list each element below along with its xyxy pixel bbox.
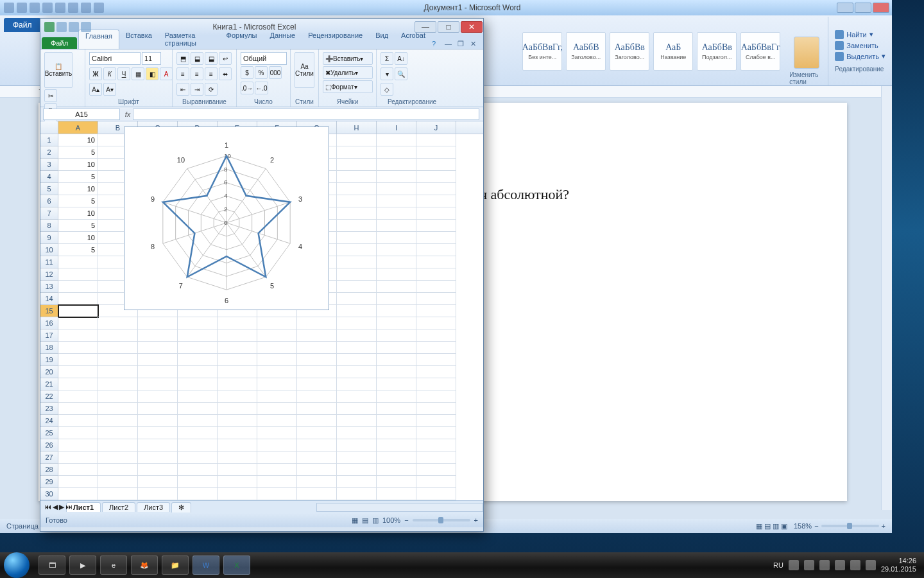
cell[interactable] [218,427,257,439]
cell[interactable] [178,342,218,354]
ribbon-tab[interactable]: Формулы [220,30,264,49]
cell[interactable] [218,378,257,390]
cell[interactable] [337,207,377,220]
cell[interactable] [178,488,218,500]
cell[interactable] [138,439,178,451]
cell[interactable] [337,293,377,305]
cell[interactable] [297,317,337,329]
style-option[interactable]: АаБбВвПодзагол... [697,32,737,71]
cell[interactable] [416,159,456,171]
cell[interactable] [377,439,416,451]
fx-icon[interactable]: fx [123,110,133,118]
cell[interactable] [377,342,416,354]
insert-cells-button[interactable]: ➕ Вставить ▾ [323,52,373,65]
cell[interactable] [98,317,138,329]
cell[interactable] [178,378,218,390]
cell[interactable] [178,415,218,427]
fill-icon[interactable]: ▾ [381,67,393,80]
cell[interactable] [178,464,218,476]
cell[interactable] [416,317,456,329]
row-header[interactable]: 30 [40,488,58,500]
autosum-icon[interactable]: Σ [381,52,393,65]
cell[interactable] [297,329,337,342]
row-header[interactable]: 9 [40,232,58,244]
cell[interactable] [337,403,377,415]
cell[interactable] [416,268,456,281]
cell[interactable] [58,256,98,268]
grow-font-icon[interactable]: A▴ [89,83,102,96]
indent-inc-icon[interactable]: ⇥ [191,83,203,96]
cell[interactable] [218,476,257,488]
cell[interactable] [377,293,416,305]
cell[interactable] [377,220,416,232]
taskbar-explorer[interactable]: 📁 [162,556,189,575]
cell[interactable] [377,415,416,427]
cell[interactable] [178,329,218,342]
cell[interactable] [377,244,416,256]
cell[interactable] [138,378,178,390]
style-option[interactable]: АаБбВЗаголово... [566,32,606,71]
row-header[interactable]: 17 [40,329,58,342]
shrink-font-icon[interactable]: A▾ [103,83,116,96]
style-option[interactable]: АаБбВвГг,Без инте... [522,32,562,71]
cell[interactable] [138,488,178,500]
cell[interactable]: 5 [58,195,98,207]
cell[interactable] [98,354,138,366]
cell[interactable] [178,439,218,451]
cell[interactable] [377,390,416,403]
cell[interactable] [257,342,297,354]
cell[interactable]: 10 [58,134,98,146]
format-cells-button[interactable]: ⬚ Формат ▾ [323,80,373,93]
cell[interactable] [257,488,297,500]
cell[interactable]: 10 [58,159,98,171]
style-option[interactable]: АаБНазвание [653,32,693,71]
sheet-nav-icon[interactable]: ⏮ [44,503,51,511]
cell[interactable] [58,427,98,439]
zoom-slider[interactable] [821,525,879,527]
cell[interactable] [218,439,257,451]
zoom-slider[interactable] [413,519,470,521]
row-header[interactable]: 4 [40,171,58,183]
cell[interactable] [337,329,377,342]
row-header[interactable]: 13 [40,281,58,293]
cell-styles-button[interactable]: AaСтили [295,52,314,88]
cell[interactable] [257,439,297,451]
save-icon[interactable] [56,22,67,32]
cell[interactable] [377,305,416,317]
cell[interactable] [178,476,218,488]
currency-icon[interactable]: $ [241,66,253,79]
cell[interactable] [337,439,377,451]
cell[interactable] [416,354,456,366]
cell[interactable] [337,134,377,146]
cell[interactable]: 5 [58,244,98,256]
cell[interactable] [377,207,416,220]
cell[interactable] [416,305,456,317]
cell[interactable] [58,439,98,451]
change-styles-button[interactable] [794,37,819,69]
cell[interactable] [416,171,456,183]
word-file-tab[interactable]: Файл [4,18,41,32]
row-header[interactable]: 1 [40,134,58,146]
find-select-button[interactable]: 🔍 [395,67,407,80]
align-center-icon[interactable]: ≡ [191,67,203,80]
cell[interactable] [297,390,337,403]
cell[interactable] [218,464,257,476]
border-button[interactable]: ▦ [132,67,144,80]
style-option[interactable]: АаБбВвЗаголово... [610,32,649,71]
cell[interactable] [218,342,257,354]
cell[interactable] [98,439,138,451]
cell[interactable] [178,366,218,378]
taskbar[interactable]: 🗔 ▶ e 🦊 📁 W X RU 14:2629.01.2015 [0,552,924,578]
cell[interactable] [416,451,456,464]
cell[interactable] [377,146,416,159]
cut-icon[interactable]: ✂ [44,89,57,102]
cell[interactable] [416,146,456,159]
ribbon-tab[interactable]: Рецензирование [302,30,369,49]
align-left-icon[interactable]: ≡ [176,67,189,80]
cell[interactable] [337,464,377,476]
mdi-restore-icon[interactable]: ❐ [458,40,466,49]
row-header[interactable]: 3 [40,159,58,171]
cell[interactable] [257,378,297,390]
cell[interactable] [416,244,456,256]
mdi-min-icon[interactable]: — [445,40,454,49]
